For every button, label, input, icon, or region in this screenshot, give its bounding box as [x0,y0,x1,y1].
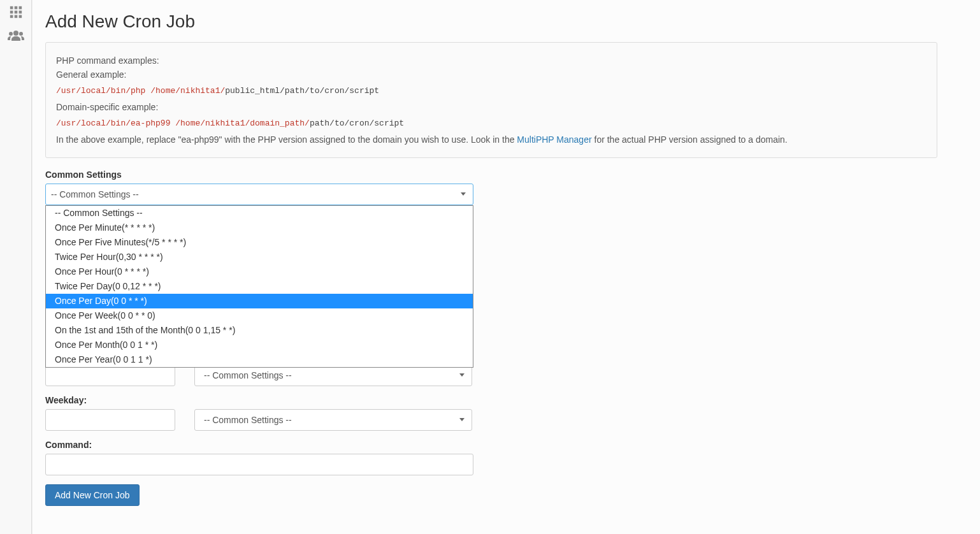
command-label: Command: [45,440,937,450]
code-segment: public_html/path/to/cron/script [225,86,379,96]
code-segment: /usr/local/bin/php /home/nikhita1/ [56,86,225,96]
svg-rect-2 [18,6,22,10]
common-settings-option[interactable]: -- Common Settings -- [46,206,473,220]
svg-rect-0 [10,6,13,10]
common-settings-label: Common Settings [45,170,937,180]
code-segment: /usr/local/bin/ea-php99 /home/nikhita1/d… [56,119,310,128]
code-segment: path/to/cron/script [310,119,404,128]
domain-example-label: Domain-specific example: [56,102,926,112]
svg-rect-7 [14,15,17,18]
common-settings-option[interactable]: Once Per Month(0 0 1 * *) [46,338,473,352]
general-example-code: /usr/local/bin/php /home/nikhita1/public… [56,86,926,96]
explanation-text: In the above example, replace "ea-php99"… [56,134,926,145]
explanation-prefix: In the above example, replace "ea-php99"… [56,134,517,145]
weekday-common-settings-select[interactable]: -- Common Settings -- [194,409,472,431]
domain-example-code: /usr/local/bin/ea-php99 /home/nikhita1/d… [56,119,926,128]
month-input[interactable] [45,364,175,386]
svg-rect-6 [10,15,13,18]
weekday-group: Weekday: -- Common Settings -- [45,395,937,431]
common-settings-option[interactable]: Once Per Day(0 0 * * *) [46,294,473,308]
svg-rect-4 [14,11,17,14]
add-cron-job-button[interactable]: Add New Cron Job [45,484,140,506]
svg-point-11 [19,32,23,36]
svg-rect-3 [10,11,13,14]
common-settings-option[interactable]: Once Per Minute(* * * * *) [46,220,473,235]
explanation-suffix: for the actual PHP version assigned to a… [592,134,788,145]
svg-rect-5 [18,11,22,14]
command-group: Command: [45,440,937,475]
common-settings-dropdown: -- Common Settings --Once Per Minute(* *… [45,205,473,368]
common-settings-select[interactable]: -- Common Settings -- [45,184,473,205]
weekday-input[interactable] [45,409,175,431]
svg-rect-1 [14,6,17,10]
common-settings-selected: -- Common Settings -- [51,189,139,199]
svg-point-10 [9,32,13,36]
weekday-label: Weekday: [45,395,937,405]
common-settings-option[interactable]: Once Per Hour(0 * * * *) [46,264,473,279]
examples-heading: PHP command examples: [56,55,926,66]
users-icon[interactable] [8,29,24,45]
command-input[interactable] [45,454,473,475]
apps-grid-icon[interactable] [9,5,23,21]
common-settings-option[interactable]: Twice Per Hour(0,30 * * * *) [46,250,473,264]
common-settings-option[interactable]: Once Per Year(0 0 1 1 *) [46,352,473,367]
main-content: Add New Cron Job PHP command examples: G… [32,0,980,534]
month-select-placeholder: -- Common Settings -- [204,370,292,380]
weekday-select-placeholder: -- Common Settings -- [204,415,292,425]
common-settings-group: Common Settings -- Common Settings -- --… [45,170,937,205]
common-settings-option[interactable]: On the 1st and 15th of the Month(0 0 1,1… [46,323,473,338]
svg-point-9 [13,31,18,36]
sidebar [0,0,32,534]
svg-rect-8 [18,15,22,18]
month-common-settings-select[interactable]: -- Common Settings -- [194,364,472,386]
page-title: Add New Cron Job [45,11,937,32]
general-example-label: General example: [56,69,926,80]
common-settings-option[interactable]: Once Per Five Minutes(*/5 * * * *) [46,235,473,250]
common-settings-option[interactable]: Once Per Week(0 0 * * 0) [46,308,473,323]
multiphp-manager-link[interactable]: MultiPHP Manager [517,134,591,145]
common-settings-option[interactable]: Twice Per Day(0 0,12 * * *) [46,279,473,294]
examples-panel: PHP command examples: General example: /… [45,42,937,158]
